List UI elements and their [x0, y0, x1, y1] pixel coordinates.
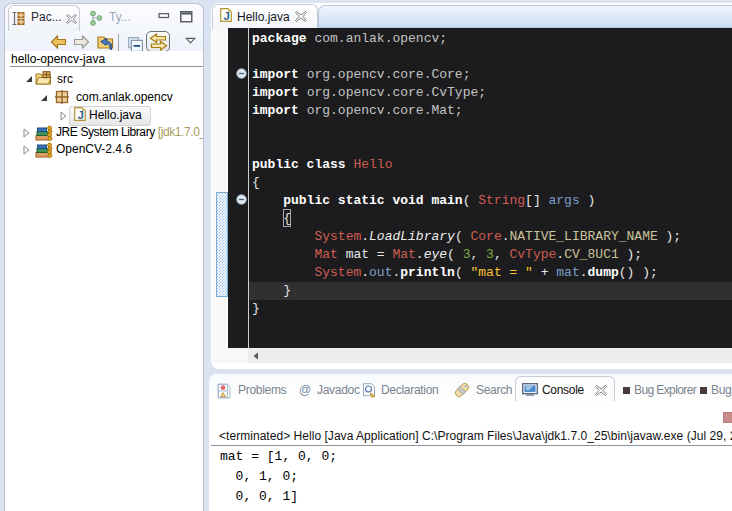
- svg-text:J: J: [77, 109, 83, 121]
- svg-text:J: J: [223, 10, 229, 22]
